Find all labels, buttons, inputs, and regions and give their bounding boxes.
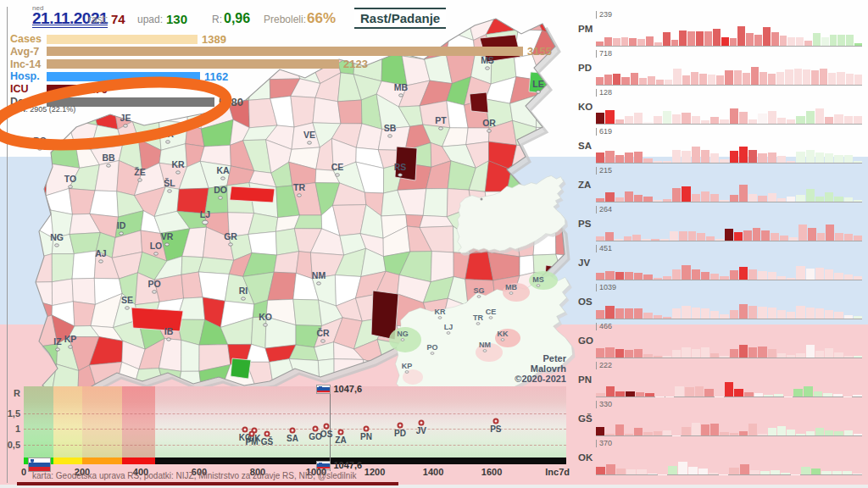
- region-point-GŠ[interactable]: [264, 431, 270, 437]
- daily-bar: [615, 424, 624, 435]
- city-dot: [486, 67, 490, 69]
- daily-bar: [675, 386, 684, 396]
- city-label-NM: NM: [312, 270, 326, 280]
- daily-bar: [806, 431, 815, 435]
- daily-bar: [844, 116, 853, 124]
- r-inc7d-chart[interactable]: Inc7d R1,510,51047,61047,6KOOKPMGŠSAGOOS…: [24, 386, 566, 481]
- region-chart-label: GO: [578, 336, 595, 346]
- region-chart-bars: [596, 370, 862, 397]
- daily-bar: [844, 234, 853, 241]
- daily-bar: [768, 193, 776, 202]
- city-label-TR: TR: [293, 182, 305, 192]
- region-point-label: OS: [320, 430, 332, 439]
- daily-bar: [834, 431, 843, 435]
- region-chart-PN: PN222: [578, 361, 865, 400]
- daily-bar: [710, 153, 719, 163]
- daily-bar: [796, 434, 804, 435]
- daily-bar: [846, 35, 854, 46]
- daily-bar: [720, 276, 728, 280]
- region-point-KO[interactable]: [242, 427, 248, 433]
- daily-bar: [625, 308, 633, 319]
- region-point-OS[interactable]: [324, 424, 330, 430]
- inc7d-colorbar: [24, 458, 566, 464]
- slovenia-municipality-map[interactable]: SGMBMSKRCETRLJNGKKPONMKPBOJETRBBŽEKRŠLKA…: [7, 13, 576, 398]
- daily-bar: [710, 117, 719, 124]
- daily-bar: [654, 42, 662, 46]
- daily-bar: [625, 191, 633, 202]
- region-chart-label: KO: [578, 102, 595, 112]
- region-chart-bars: [596, 331, 862, 358]
- region-point-PS[interactable]: [492, 418, 498, 424]
- risk-zone-band: [82, 386, 122, 458]
- municipality-cell: [291, 96, 315, 127]
- daily-bar: [834, 273, 843, 280]
- daily-bar: [682, 265, 690, 280]
- daily-bar: [789, 237, 798, 241]
- city-label-PO: PO: [147, 279, 160, 289]
- daily-bar: [833, 394, 843, 396]
- daily-bar: [754, 393, 764, 396]
- growth-value: 74: [111, 12, 125, 26]
- region-chart-bars: [596, 136, 862, 164]
- region-chart-label: GŠ: [578, 413, 595, 424]
- region-chart-label: JV: [578, 258, 595, 268]
- daily-bar: [663, 356, 671, 358]
- region-point-PD[interactable]: [398, 422, 403, 428]
- city-label-ID: ID: [117, 220, 126, 230]
- x-axis-tick: 1400: [423, 467, 443, 477]
- stat-bar-row: Hosp.1162: [10, 71, 228, 81]
- region-point-ZA[interactable]: [337, 430, 343, 435]
- region-chart-GŠ: GŠ330: [578, 400, 865, 439]
- daily-bar: [688, 467, 698, 474]
- daily-bar: [720, 119, 728, 124]
- municipality-cell: [536, 147, 563, 167]
- rast-padanje-toggle-button[interactable]: Rast/Padanje: [354, 8, 446, 29]
- daily-bar: [843, 471, 852, 474]
- daily-bar: [748, 194, 757, 202]
- stat-bar-value: 1162: [204, 70, 228, 83]
- region-point-PN[interactable]: [364, 426, 370, 432]
- daily-bar: [682, 306, 690, 319]
- region-point-SA[interactable]: [290, 427, 296, 433]
- daily-bar: [825, 430, 833, 435]
- daily-bar: [806, 308, 815, 319]
- daily-bar: [730, 433, 738, 435]
- region-chart-OK: OK370: [578, 439, 865, 478]
- inset-region-label: NG: [397, 330, 409, 338]
- daily-bar: [720, 432, 728, 435]
- daily-bar: [796, 37, 804, 46]
- municipality-cell: [7, 161, 34, 185]
- daily-bar: [734, 232, 743, 241]
- municipality-cell: [488, 252, 520, 280]
- region-point-PM[interactable]: [249, 431, 255, 437]
- daily-bar: [634, 152, 643, 163]
- daily-bar: [763, 27, 771, 46]
- daily-bar: [672, 188, 681, 202]
- daily-bar: [748, 424, 757, 435]
- municipality-cell: [7, 324, 25, 348]
- daily-bar: [716, 75, 724, 85]
- region-chart-max-value: 1039: [596, 284, 616, 291]
- municipality-cell: [553, 149, 576, 169]
- daily-bar: [654, 315, 662, 319]
- daily-bar: [764, 395, 773, 396]
- stat-bar-row: Cases1389: [10, 34, 226, 44]
- daily-bar: [642, 239, 650, 241]
- municipality-cell: [338, 100, 363, 124]
- daily-bar: [643, 197, 652, 202]
- municipality-cell: [559, 104, 576, 128]
- region-point-JV[interactable]: [418, 420, 424, 426]
- region-point-GO[interactable]: [312, 426, 318, 432]
- region-chart-max-value: 718: [596, 50, 612, 58]
- daily-bar: [837, 35, 845, 46]
- region-point-label: GŠ: [261, 437, 273, 446]
- daily-bar: [625, 116, 633, 124]
- daily-bar: [596, 310, 604, 319]
- city-dot: [219, 197, 223, 199]
- daily-bar: [596, 348, 604, 358]
- region-chart-max-value: 128: [596, 89, 612, 97]
- daily-bar: [720, 314, 728, 319]
- daily-bar: [704, 31, 712, 46]
- daily-bar: [844, 274, 853, 280]
- daily-bar: [654, 278, 662, 280]
